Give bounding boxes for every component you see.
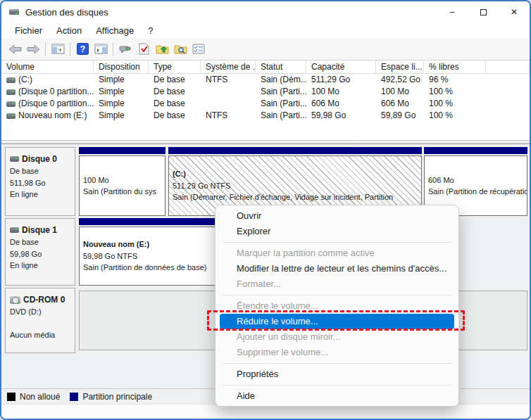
- menu-affichage[interactable]: Affichage: [89, 24, 140, 37]
- menu-item-proprietes[interactable]: Propriétés: [215, 367, 458, 382]
- rescan-disks-icon: [118, 44, 132, 54]
- cell-capacite: 606 Mo: [306, 98, 376, 110]
- cell-disposition: Simple: [94, 74, 149, 86]
- unallocated-swatch: [7, 393, 15, 401]
- cdrom-icon: [10, 296, 20, 304]
- legend-label: Partition principale: [82, 392, 152, 402]
- help-icon: ?: [77, 43, 89, 55]
- partition-size: 511,29 Go NTFS: [173, 180, 418, 192]
- menu-item-aide[interactable]: Aide: [215, 388, 458, 404]
- partition-color-bar: [424, 147, 527, 154]
- partition-size: 100 Mo: [83, 174, 161, 186]
- partition-system-100mo[interactable]: 100 Mo Sain (Partition du sys: [79, 147, 165, 216]
- cell-volume: (Disque 0 partition...: [18, 86, 94, 98]
- partition-color-bar: [168, 147, 422, 154]
- folder-up-icon: [156, 44, 169, 54]
- cell-disposition: Simple: [94, 86, 149, 98]
- back-arrow-icon: [8, 44, 22, 54]
- menu-separator: [223, 242, 451, 243]
- menu-bar: Fichier Action Affichage ?: [1, 23, 530, 38]
- cell-statut: Sain (Parti...: [256, 110, 306, 122]
- close-button[interactable]: ✕: [499, 1, 530, 23]
- table-row[interactable]: (C:) Simple De base NTFS Sain (Dém... 51…: [1, 74, 530, 86]
- menu-help[interactable]: ?: [142, 24, 159, 37]
- cell-statut: Sain (Parti...: [256, 86, 306, 98]
- table-row[interactable]: Nouveau nom (E:) Simple De base NTFS Sai…: [1, 110, 530, 122]
- disk1-label-panel[interactable]: Disque 1 De base 59,98 Go En ligne: [5, 218, 75, 286]
- menu-item-ouvrir[interactable]: Ouvrir: [215, 208, 458, 224]
- cell-disposition: Simple: [94, 98, 149, 110]
- menu-action[interactable]: Action: [50, 24, 88, 37]
- menu-separator: [223, 363, 451, 364]
- menu-item-modifier-lettre[interactable]: Modifier la lettre de lecteur et les che…: [215, 261, 458, 276]
- action-pane-icon: [94, 44, 108, 54]
- maximize-button[interactable]: [468, 1, 499, 23]
- disk0-type: De base: [10, 165, 70, 177]
- col-systeme[interactable]: Système de ...: [201, 61, 256, 73]
- disk1-name: Disque 1: [22, 224, 57, 236]
- task-list-button[interactable]: [189, 41, 208, 58]
- toolbar-separator: [45, 42, 46, 56]
- cell-espace: 606 Mo: [376, 98, 424, 110]
- primary-partition-swatch: [70, 393, 78, 401]
- menu-item-reduire-volume[interactable]: Réduire le volume...: [220, 314, 454, 329]
- app-icon: [8, 8, 20, 16]
- minimize-button[interactable]: –: [437, 1, 468, 23]
- rescan-disks-button[interactable]: [116, 41, 135, 58]
- back-button[interactable]: [6, 41, 24, 58]
- cdrom-label-panel[interactable]: CD-ROM 0 DVD (D:) Aucun média: [5, 288, 75, 353]
- cell-espace: 492,52 Go: [376, 74, 424, 86]
- menu-separator: [223, 295, 451, 295]
- menu-item-explorer[interactable]: Explorer: [215, 224, 458, 239]
- menu-separator: [223, 385, 451, 386]
- col-capacite[interactable]: Capacité: [306, 61, 376, 73]
- show-console-tree-button[interactable]: [49, 41, 67, 58]
- col-filler: [486, 61, 530, 73]
- show-action-pane-button[interactable]: [92, 41, 110, 58]
- cell-volume: (C:): [18, 74, 32, 86]
- table-row[interactable]: (Disque 0 partition... Simple De base Sa…: [1, 86, 530, 98]
- menu-fichier[interactable]: Fichier: [8, 24, 49, 37]
- col-pct-libres[interactable]: % libres: [424, 61, 486, 73]
- task-list-icon: [192, 44, 205, 54]
- col-statut[interactable]: Statut: [256, 61, 306, 73]
- check-document-icon: [139, 43, 149, 55]
- menu-item-marquer-partition-active: Marquer la partition comme active: [215, 246, 458, 261]
- forward-button[interactable]: [24, 41, 42, 58]
- toolbar: ?: [1, 38, 530, 61]
- cell-statut: Sain (Parti...: [256, 98, 306, 110]
- volume-icon: [6, 77, 15, 83]
- volume-list-header: Volume Disposition Type Système de ... S…: [1, 61, 530, 74]
- menu-item-etendre-volume: Étendre le volume...: [215, 298, 458, 314]
- cell-pct: 100 %: [424, 110, 486, 122]
- cell-type: De base: [149, 86, 201, 98]
- folder-up-button[interactable]: [153, 41, 171, 58]
- col-type[interactable]: Type: [149, 61, 201, 73]
- disk0-label-panel[interactable]: Disque 0 De base 511,98 Go En ligne: [5, 147, 75, 216]
- col-volume[interactable]: Volume: [1, 61, 94, 73]
- partition-status: Sain (Partition de récupération: [428, 186, 523, 198]
- partition-status: Sain (Démarrer, Fichier d'échange, Vidag…: [173, 191, 418, 203]
- col-disposition[interactable]: Disposition: [94, 61, 149, 73]
- partition-status: Sain (Partition du sys: [83, 186, 161, 198]
- partition-size: 606 Mo: [428, 174, 523, 186]
- disk-icon: [10, 227, 19, 233]
- col-espace-libre[interactable]: Espace li...: [376, 61, 424, 73]
- cell-pct: 96 %: [424, 74, 486, 86]
- help-button[interactable]: ?: [73, 41, 92, 58]
- disk0-size: 511,98 Go: [10, 177, 70, 189]
- cell-capacite: 59,98 Go: [306, 110, 376, 122]
- toolbar-separator: [113, 42, 113, 56]
- table-row[interactable]: (Disque 0 partition... Simple De base Sa…: [1, 98, 530, 110]
- folder-search-icon: [174, 44, 187, 54]
- folder-search-button[interactable]: [171, 41, 189, 58]
- disk1-type: De base: [10, 236, 70, 248]
- cdrom-status: Aucun média: [10, 329, 70, 341]
- legend-primary-partition: Partition principale: [70, 392, 152, 402]
- toolbar-separator: [70, 42, 70, 56]
- cell-volume: Nouveau nom (E:): [18, 110, 87, 122]
- svg-text:?: ?: [80, 44, 85, 54]
- disk0-name: Disque 0: [22, 153, 57, 165]
- cell-systeme: [201, 86, 256, 98]
- check-document-button[interactable]: [135, 41, 153, 58]
